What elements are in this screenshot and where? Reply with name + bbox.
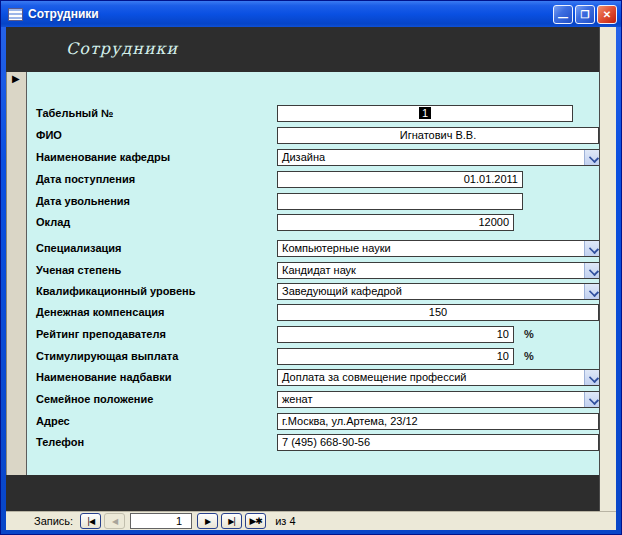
next-record-button[interactable]: ▶ bbox=[197, 513, 218, 529]
text-field[interactable]: 12000 bbox=[277, 214, 514, 231]
text-field[interactable]: 150 bbox=[277, 304, 599, 321]
field-value: 150 bbox=[278, 305, 598, 320]
current-record-input[interactable] bbox=[130, 513, 192, 529]
last-record-button[interactable]: ▶| bbox=[221, 513, 242, 529]
field-label: Адрес bbox=[36, 415, 70, 427]
previous-record-button[interactable]: ◀ bbox=[104, 513, 125, 529]
field-value: женат bbox=[278, 392, 584, 407]
field-value: 1 bbox=[278, 106, 572, 121]
field-label: Семейное положение bbox=[36, 393, 153, 405]
close-button[interactable]: ✕ bbox=[597, 5, 617, 24]
minimize-button[interactable]: — bbox=[553, 5, 573, 24]
new-record-button[interactable]: ▶✱ bbox=[245, 513, 266, 529]
field-label: Телефон bbox=[36, 436, 84, 448]
combo-field[interactable]: женат bbox=[277, 391, 599, 408]
field-value: 12000 bbox=[278, 215, 513, 230]
window-controls: — ❐ ✕ bbox=[553, 5, 617, 24]
field-label: Дата увольнения bbox=[36, 195, 130, 207]
field-value: Кандидат наук bbox=[278, 263, 584, 278]
close-icon: ✕ bbox=[603, 9, 611, 20]
form-detail: ▶ Табельный №1ФИОИгнатович В.В.Наименова… bbox=[6, 72, 599, 475]
dropdown-arrow-icon[interactable] bbox=[584, 150, 599, 165]
combo-field[interactable]: Компьютерные науки bbox=[277, 240, 599, 257]
field-label: Оклад bbox=[36, 216, 70, 228]
text-field[interactable] bbox=[277, 193, 523, 210]
field-value: г.Москва, ул.Артема, 23/12 bbox=[278, 414, 598, 429]
field-label: Дата поступления bbox=[36, 173, 135, 185]
field-value: 10 bbox=[278, 349, 513, 364]
combo-field[interactable]: Заведующий кафедрой bbox=[277, 283, 599, 300]
text-field[interactable]: Игнатович В.В. bbox=[277, 127, 599, 144]
percent-label: % bbox=[524, 328, 534, 340]
field-label: Стимулирующая выплата bbox=[36, 350, 178, 362]
first-record-button[interactable]: |◀ bbox=[80, 513, 101, 529]
text-field[interactable]: г.Москва, ул.Артема, 23/12 bbox=[277, 413, 599, 430]
form-column: Сотрудники ▶ Табельный №1ФИОИгнатович В.… bbox=[6, 27, 600, 511]
form-header-band: Сотрудники bbox=[6, 27, 599, 72]
field-value: Компьютерные науки bbox=[278, 241, 584, 256]
record-count-label: из 4 bbox=[275, 515, 295, 527]
record-nav-label: Запись: bbox=[34, 515, 73, 527]
window-body: Сотрудники ▶ Табельный №1ФИОИгнатович В.… bbox=[6, 27, 616, 530]
field-value: Заведующий кафедрой bbox=[278, 284, 584, 299]
field-value: 10 bbox=[278, 327, 513, 342]
access-form-window: Сотрудники — ❐ ✕ Сотрудники ▶ Табельный … bbox=[0, 0, 622, 535]
current-record-arrow-icon: ▶ bbox=[12, 73, 20, 84]
text-field[interactable]: 10 bbox=[277, 326, 514, 343]
field-label: Специализация bbox=[36, 242, 121, 254]
dropdown-arrow-icon[interactable] bbox=[584, 284, 599, 299]
field-label: ФИО bbox=[36, 129, 62, 141]
text-field[interactable]: 1 bbox=[277, 105, 573, 122]
combo-field[interactable]: Дизайна bbox=[277, 149, 599, 166]
combo-field[interactable]: Доплата за совмещение профессий bbox=[277, 369, 599, 386]
minimize-icon: — bbox=[558, 12, 568, 23]
dropdown-arrow-icon[interactable] bbox=[584, 263, 599, 278]
record-selector-bar[interactable]: ▶ bbox=[6, 72, 27, 475]
form-window-icon bbox=[8, 8, 23, 21]
field-label: Квалификационный уровень bbox=[36, 285, 196, 297]
dropdown-arrow-icon[interactable] bbox=[584, 370, 599, 385]
text-field[interactable]: 10 bbox=[277, 348, 514, 365]
dropdown-arrow-icon[interactable] bbox=[584, 241, 599, 256]
field-value: Игнатович В.В. bbox=[278, 128, 598, 143]
form-footer-band bbox=[6, 475, 599, 511]
field-value: Дизайна bbox=[278, 150, 584, 165]
field-label: Рейтинг преподавателя bbox=[36, 328, 166, 340]
text-field[interactable]: 7 (495) 668-90-56 bbox=[277, 434, 599, 451]
record-navigation-bar: Запись: |◀ ◀ ▶ ▶| ▶✱ из 4 bbox=[6, 511, 616, 530]
form-header-title: Сотрудники bbox=[66, 39, 178, 58]
text-field[interactable]: 01.01.2011 bbox=[277, 171, 523, 188]
field-label: Табельный № bbox=[36, 107, 113, 119]
field-value: 01.01.2011 bbox=[278, 172, 522, 187]
percent-label: % bbox=[524, 350, 534, 362]
maximize-icon: ❐ bbox=[581, 9, 590, 20]
field-label: Денежная компенсация bbox=[36, 306, 165, 318]
field-value: Доплата за совмещение профессий bbox=[278, 370, 584, 385]
field-label: Наименование надбавки bbox=[36, 371, 171, 383]
dropdown-arrow-icon[interactable] bbox=[584, 392, 599, 407]
maximize-button[interactable]: ❐ bbox=[575, 5, 595, 24]
field-label: Ученая степень bbox=[36, 264, 121, 276]
field-value: 7 (495) 668-90-56 bbox=[278, 435, 598, 450]
titlebar[interactable]: Сотрудники — ❐ ✕ bbox=[1, 1, 621, 27]
combo-field[interactable]: Кандидат наук bbox=[277, 262, 599, 279]
field-label: Наименование кафедры bbox=[36, 151, 170, 163]
window-title: Сотрудники bbox=[28, 7, 553, 21]
